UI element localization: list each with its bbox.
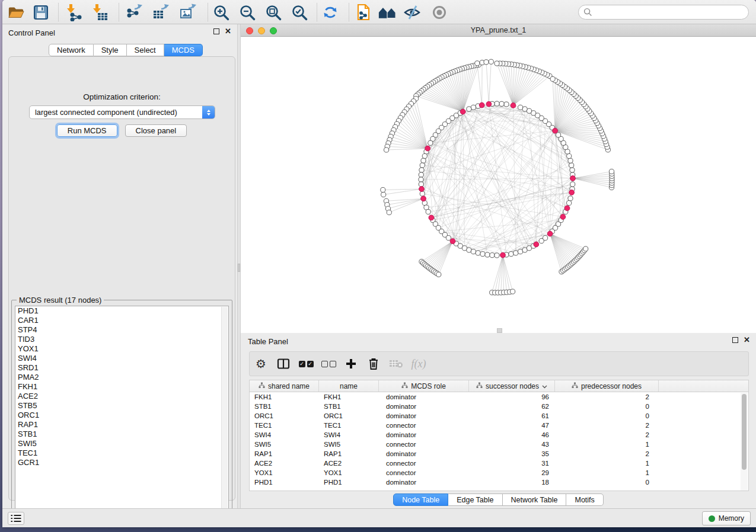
network-node[interactable] [422, 153, 427, 158]
network-node[interactable] [475, 61, 480, 66]
column-header[interactable]: predecessor nodes [555, 380, 659, 392]
mcds-list-scrollbar[interactable] [221, 307, 228, 517]
column-header[interactable]: shared name [250, 380, 319, 392]
eye-icon[interactable] [430, 4, 448, 21]
mcds-result-item[interactable]: SRD1 [15, 363, 228, 373]
table-row[interactable]: TEC1TEC1connector472 [250, 421, 748, 430]
tab-network-table[interactable]: Network Table [503, 493, 567, 506]
network-dominator-node[interactable] [547, 231, 553, 236]
network-node[interactable] [583, 246, 588, 251]
mcds-result-item[interactable]: SWI5 [15, 439, 228, 448]
minimize-window-icon[interactable] [258, 27, 265, 34]
eye-slash-icon[interactable] [403, 4, 421, 21]
network-node[interactable] [419, 168, 424, 172]
table-row[interactable]: ACE2ACE2connector311 [250, 459, 748, 468]
mcds-result-item[interactable]: YOX1 [15, 344, 228, 354]
import-table-icon[interactable] [91, 4, 109, 21]
network-node[interactable] [513, 251, 518, 255]
table-row[interactable]: PHD1PHD1dominator180 [250, 477, 748, 487]
network-dominator-node[interactable] [553, 128, 558, 133]
network-node[interactable] [419, 182, 423, 187]
search-input[interactable] [592, 8, 748, 17]
close-panel-icon[interactable]: ✕ [225, 28, 231, 34]
network-dominator-node[interactable] [534, 242, 539, 247]
mcds-result-list[interactable]: PHD1CAR1STP4TID3YOX1SWI4SRD1PMA2FKH1ACE2… [15, 306, 229, 517]
float-table-panel-icon[interactable] [732, 337, 738, 343]
network-window-titlebar[interactable]: YPA_prune.txt_1 [241, 24, 756, 37]
network-node[interactable] [421, 158, 426, 163]
share-document-icon[interactable] [355, 4, 372, 21]
mcds-result-item[interactable]: PHD1 [15, 306, 228, 316]
network-node[interactable] [495, 61, 499, 66]
network-node[interactable] [504, 102, 509, 107]
optimization-criterion-select[interactable]: largest connected component (undirected) [29, 105, 215, 119]
network-dominator-node[interactable] [500, 252, 506, 258]
network-node[interactable] [419, 177, 423, 182]
table-row[interactable]: ORC1ORC1dominator610 [250, 411, 748, 421]
save-session-icon[interactable] [32, 4, 50, 21]
network-node[interactable] [518, 249, 523, 254]
network-node[interactable] [489, 59, 493, 64]
network-node[interactable] [509, 252, 513, 257]
network-node[interactable] [550, 76, 555, 81]
task-history-list-icon[interactable] [8, 512, 24, 525]
network-node[interactable] [570, 168, 575, 172]
import-network-icon[interactable] [65, 4, 83, 21]
export-image-icon[interactable] [179, 4, 197, 21]
network-node[interactable] [495, 253, 499, 258]
maximize-window-icon[interactable] [270, 27, 277, 34]
network-node[interactable] [485, 252, 490, 257]
table-row[interactable]: SWI4SWI4dominator462 [250, 430, 748, 440]
network-dominator-node[interactable] [421, 196, 426, 201]
network-node[interactable] [567, 201, 572, 206]
network-node[interactable] [568, 158, 573, 163]
network-dominator-node[interactable] [560, 214, 566, 220]
network-node[interactable] [471, 105, 476, 110]
close-window-icon[interactable] [246, 27, 253, 34]
run-mcds-button[interactable]: Run MCDS [57, 124, 117, 137]
close-panel-button[interactable]: Close panel [125, 124, 187, 137]
mcds-result-item[interactable]: STP4 [15, 325, 228, 335]
double-house-icon[interactable] [378, 4, 396, 21]
mcds-result-item[interactable]: RAP1 [15, 420, 228, 430]
open-session-icon[interactable] [7, 4, 25, 21]
select-all-icon[interactable]: ✓✓ [295, 352, 317, 376]
network-node[interactable] [420, 191, 425, 196]
tab-select[interactable]: Select [127, 44, 164, 56]
refresh-icon[interactable] [321, 4, 339, 21]
table-scrollbar[interactable] [741, 393, 748, 491]
network-node[interactable] [490, 253, 495, 258]
network-node[interactable] [384, 148, 389, 152]
memory-button[interactable]: Memory [702, 511, 751, 525]
delete-column-trash-icon[interactable] [362, 352, 385, 376]
mcds-result-item[interactable]: FKH1 [15, 382, 228, 392]
show-columns-icon[interactable] [272, 352, 295, 376]
network-node[interactable] [426, 209, 430, 214]
mcds-result-item[interactable]: PMA2 [15, 373, 228, 382]
network-node[interactable] [484, 60, 489, 65]
table-row[interactable]: SWI5SWI5connector431 [250, 440, 748, 449]
mcds-result-item[interactable]: STB1 [15, 430, 228, 439]
mcds-result-item[interactable]: SWI4 [15, 354, 228, 363]
network-node[interactable] [556, 133, 561, 137]
network-dominator-node[interactable] [425, 146, 430, 151]
mcds-result-item[interactable]: TEC1 [15, 448, 228, 458]
network-node[interactable] [420, 163, 425, 168]
mcds-result-item[interactable]: ACE2 [15, 392, 228, 401]
network-dominator-node[interactable] [486, 101, 492, 107]
tab-node-table[interactable]: Node Table [393, 493, 448, 506]
network-node[interactable] [511, 289, 515, 294]
zoom-fit-icon[interactable] [264, 4, 282, 21]
mcds-result-item[interactable]: TID3 [15, 335, 228, 344]
network-node[interactable] [543, 236, 548, 241]
mcds-result-item[interactable]: STB5 [15, 401, 228, 411]
column-header[interactable]: successor nodes [469, 380, 555, 392]
column-header[interactable]: name [319, 380, 379, 392]
network-dominator-node[interactable] [450, 239, 455, 244]
deselect-all-icon[interactable] [317, 352, 340, 376]
network-node[interactable] [381, 187, 385, 192]
network-dominator-node[interactable] [570, 176, 576, 181]
network-node[interactable] [467, 107, 471, 111]
column-header[interactable]: MCDS role [379, 380, 469, 392]
network-node[interactable] [387, 210, 391, 215]
